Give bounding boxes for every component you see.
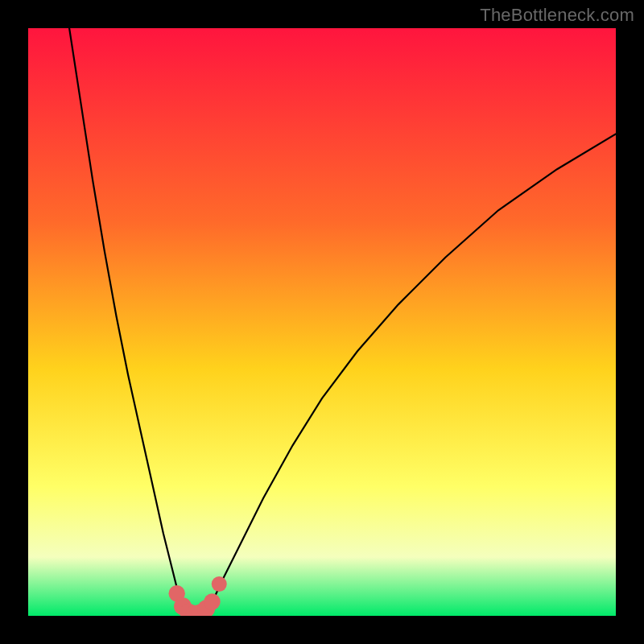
plot-area xyxy=(28,28,616,616)
bottleneck-chart xyxy=(28,28,616,616)
watermark-text: TheBottleneck.com xyxy=(480,5,634,26)
valley-marker xyxy=(204,593,220,609)
gradient-background xyxy=(28,28,616,616)
valley-marker xyxy=(212,576,227,592)
outer-frame: TheBottleneck.com xyxy=(0,0,644,644)
